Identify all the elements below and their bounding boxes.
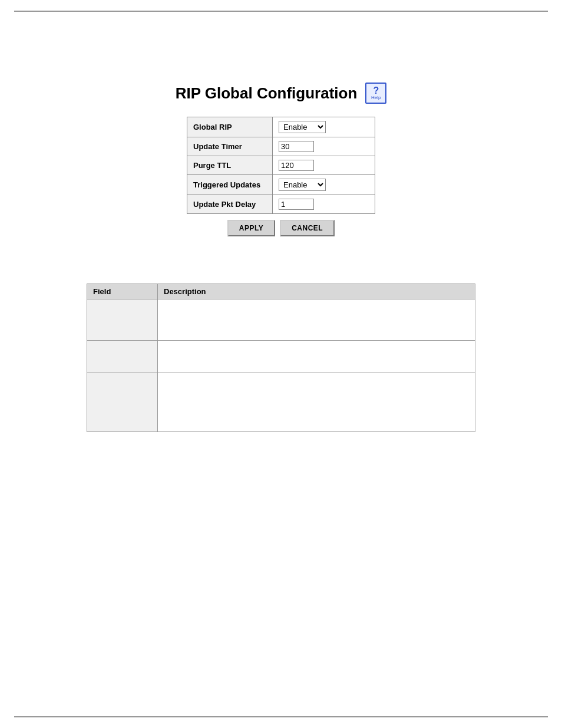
- page-title: RIP Global Configuration: [176, 84, 358, 103]
- field-label-global-rip: Global RIP: [187, 117, 273, 137]
- table-row-global-rip: Global RIP Enable Disable: [187, 117, 375, 137]
- info-row-3-field: [87, 373, 158, 432]
- info-row-1-field: [87, 299, 158, 341]
- bottom-rule: [14, 716, 548, 717]
- info-row-3: [87, 373, 475, 432]
- field-value-update-pkt-delay: [273, 195, 375, 214]
- field-label-triggered-updates: Triggered Updates: [187, 175, 273, 195]
- field-value-triggered-updates: Enable Disable: [273, 175, 375, 195]
- main-content: RIP Global Configuration ? Help Global R…: [0, 12, 562, 432]
- config-table: Global RIP Enable Disable Update Timer P…: [187, 117, 375, 214]
- button-row: APPLY CANCEL: [227, 220, 335, 236]
- info-row-3-desc: [158, 373, 475, 432]
- field-value-global-rip: Enable Disable: [273, 117, 375, 137]
- info-col-description: Description: [158, 284, 475, 299]
- global-rip-select[interactable]: Enable Disable: [279, 121, 326, 133]
- field-label-update-timer: Update Timer: [187, 137, 273, 156]
- info-row-1-desc: [158, 299, 475, 341]
- cancel-button[interactable]: CANCEL: [280, 220, 335, 236]
- info-table-header-row: Field Description: [87, 284, 475, 299]
- purge-ttl-input[interactable]: [279, 160, 314, 171]
- field-value-update-timer: [273, 137, 375, 156]
- apply-button[interactable]: APPLY: [227, 220, 275, 236]
- info-table: Field Description: [87, 284, 475, 432]
- update-pkt-delay-input[interactable]: [279, 199, 314, 210]
- info-col-field: Field: [87, 284, 158, 299]
- info-row-2-desc: [158, 341, 475, 373]
- title-row: RIP Global Configuration ? Help: [176, 83, 387, 104]
- info-row-1: [87, 299, 475, 341]
- help-label: Help: [371, 95, 381, 100]
- field-value-purge-ttl: [273, 156, 375, 175]
- info-row-2-field: [87, 341, 158, 373]
- field-label-purge-ttl: Purge TTL: [187, 156, 273, 175]
- info-row-2: [87, 341, 475, 373]
- help-question-mark: ?: [373, 86, 379, 95]
- table-row-update-pkt-delay: Update Pkt Delay: [187, 195, 375, 214]
- field-label-update-pkt-delay: Update Pkt Delay: [187, 195, 273, 214]
- table-row-purge-ttl: Purge TTL: [187, 156, 375, 175]
- table-row-update-timer: Update Timer: [187, 137, 375, 156]
- table-row-triggered-updates: Triggered Updates Enable Disable: [187, 175, 375, 195]
- update-timer-input[interactable]: [279, 141, 314, 152]
- help-icon-button[interactable]: ? Help: [365, 83, 386, 104]
- triggered-updates-select[interactable]: Enable Disable: [279, 179, 326, 191]
- info-section: Field Description: [87, 284, 475, 432]
